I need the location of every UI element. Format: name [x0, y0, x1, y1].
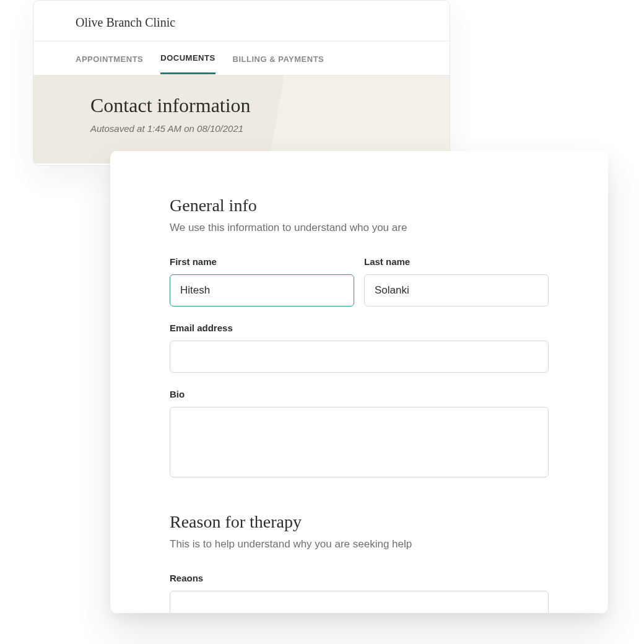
tab-billing-payments[interactable]: BILLING & PAYMENTS: [233, 43, 324, 74]
background-card: Olive Branch Clinic APPOINTMENTS DOCUMEN…: [33, 0, 450, 166]
email-input[interactable]: [170, 341, 549, 373]
first-name-input[interactable]: [170, 274, 354, 307]
page-title: Contact information: [90, 94, 393, 117]
first-name-label: First name: [170, 256, 354, 267]
last-name-field-wrap: Last name: [364, 256, 549, 307]
bio-label: Bio: [170, 389, 549, 399]
reasons-row: Reaons: [170, 573, 549, 613]
section-title-reason: Reason for therapy: [170, 512, 549, 532]
autosave-status: Autosaved at 1:45 AM on 08/10/2021: [90, 123, 393, 134]
reasons-field-wrap: Reaons: [170, 573, 549, 613]
last-name-label: Last name: [364, 256, 549, 267]
tabs-nav: APPOINTMENTS DOCUMENTS BILLING & PAYMENT…: [33, 41, 450, 76]
section-title-general: General info: [170, 196, 549, 215]
card-header: Olive Branch Clinic: [33, 1, 450, 41]
tab-documents[interactable]: DOCUMENTS: [160, 42, 215, 74]
first-name-field-wrap: First name: [170, 256, 354, 307]
clinic-name: Olive Branch Clinic: [76, 15, 407, 30]
bio-textarea[interactable]: [170, 407, 549, 477]
section-subtitle-general: We use this information to understand wh…: [170, 222, 549, 234]
section-subtitle-reason: This is to help understand why you are s…: [170, 538, 549, 550]
email-label: Email address: [170, 323, 549, 333]
reasons-input[interactable]: [170, 591, 549, 613]
name-row: First name Last name: [170, 256, 549, 307]
bio-row: Bio: [170, 389, 549, 477]
tab-appointments[interactable]: APPOINTMENTS: [76, 43, 143, 74]
reasons-label: Reaons: [170, 573, 549, 583]
email-field-wrap: Email address: [170, 323, 549, 373]
bio-field-wrap: Bio: [170, 389, 549, 477]
page-banner: Contact information Autosaved at 1:45 AM…: [33, 76, 450, 163]
last-name-input[interactable]: [364, 274, 549, 307]
form-card: General info We use this information to …: [110, 151, 608, 613]
email-row: Email address: [170, 323, 549, 373]
